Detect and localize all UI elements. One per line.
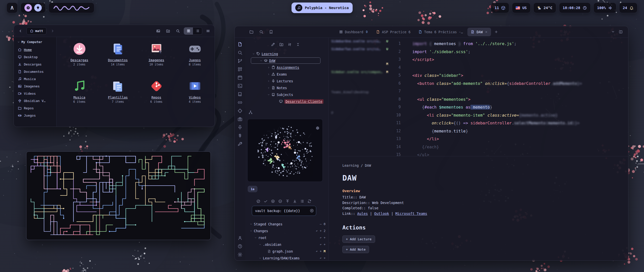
tree-item-desarrollo-cliente[interactable]: Desarrollo-Cliente [245, 98, 329, 105]
tab-dashboard[interactable]: Dashboard [336, 28, 372, 36]
tab-tema-6-pr-cticas[interactable]: Tema 6 Prácticas -… [415, 28, 466, 36]
activity-gear-icon[interactable] [237, 252, 243, 257]
check-icon[interactable] [264, 199, 268, 203]
refresh-icon[interactable] [307, 199, 311, 203]
sidebar-item-desktop[interactable]: Desktop [16, 53, 54, 61]
scm-row-root[interactable]: root↶+ [245, 234, 329, 241]
activity-target-icon[interactable] [237, 108, 243, 113]
tree-item-exams[interactable]: Exams [245, 71, 329, 78]
activity-calendar-icon[interactable] [237, 75, 243, 80]
open-file-row[interactable]: M [331, 62, 388, 66]
upload-icon[interactable] [286, 199, 290, 203]
obsidian-button[interactable] [34, 4, 42, 12]
tab-asp-practice-6[interactable]: ASP Practice 6 [373, 28, 414, 36]
scm-action[interactable]: + [324, 243, 326, 246]
scm-action[interactable]: ↶ [320, 256, 322, 260]
list-icon[interactable] [300, 199, 304, 203]
folder-imagenes[interactable]: Imagenes10 items [137, 39, 176, 76]
slash-circle-icon[interactable] [256, 199, 260, 203]
download2-icon[interactable] [293, 199, 297, 203]
scm-row-actions[interactable]: ↶+2 [316, 229, 326, 233]
back-button[interactable] [16, 27, 24, 35]
collapse-icon[interactable] [296, 42, 300, 47]
bookmark-icon[interactable] [269, 30, 273, 34]
activity-link-icon[interactable] [237, 100, 243, 105]
sidebar-item-imagenes[interactable]: Imagenes [16, 83, 54, 90]
activity-dollar-icon[interactable] [237, 133, 243, 138]
scm-row-actions[interactable]: ↶+M [316, 249, 326, 253]
button-add-lecture[interactable]: + Add Lecture [342, 235, 375, 243]
search-icon[interactable] [259, 30, 263, 34]
note-breadcrumb[interactable]: Learning / DAW [342, 163, 618, 167]
status-clock[interactable]: 18:08:28 [559, 3, 591, 13]
graph-view[interactable] [247, 119, 323, 182]
link-aules[interactable]: Aules [357, 212, 368, 216]
generative-art-window[interactable] [26, 151, 211, 240]
activity-search-icon[interactable] [237, 50, 243, 55]
file-manager-headerbar[interactable]: matt [14, 25, 215, 37]
disc-button[interactable] [24, 4, 32, 12]
open-file-row[interactable]: Sidebar.svelte src/compon…M [331, 70, 388, 74]
folder-juegos[interactable]: Juegos8 items [176, 39, 214, 76]
graph-focus-icon[interactable] [316, 130, 319, 134]
sidebar-item-repos[interactable]: Repos [16, 105, 54, 112]
activity-git-branch-icon[interactable] [237, 58, 243, 63]
forward-button[interactable] [49, 27, 57, 35]
activity-book-icon[interactable] [237, 92, 243, 97]
open-file-row[interactable]: Teams_Aimal\Desktop [331, 90, 388, 94]
status-notifications[interactable]: 24 [619, 3, 637, 13]
tree-item-lectures[interactable]: Lectures [245, 78, 329, 84]
sidebar-header[interactable]: My Computer [16, 40, 54, 46]
view-grid-button[interactable] [184, 27, 193, 35]
folder-plus-icon[interactable] [279, 42, 284, 47]
breadcrumb[interactable]: matt [26, 27, 47, 35]
scm-action[interactable]: ↶ [320, 236, 322, 240]
scm-row-staged-changes[interactable]: Staged Changes—0 [245, 221, 329, 227]
status-updates[interactable]: 11 [491, 3, 509, 13]
scm-action[interactable]: + [324, 236, 326, 240]
scm-row-actions[interactable]: ↶+ [320, 243, 326, 246]
tree-item-subjects[interactable]: Subjects [245, 91, 329, 98]
close-tab-icon[interactable] [485, 30, 488, 33]
scm-action[interactable]: ↶ [320, 243, 322, 246]
scm-action[interactable]: ↶ [316, 249, 318, 253]
folder-icon[interactable] [249, 30, 254, 34]
scm-row-learning-daw-exams[interactable]: Learning/DAW/Exams↶+ [245, 255, 329, 261]
tree-item-daw[interactable]: DAW [245, 57, 329, 64]
activity-document-icon[interactable] [237, 42, 243, 47]
scm-row-actions[interactable]: ↶+ [320, 256, 326, 260]
clear-message-icon[interactable] [310, 209, 314, 213]
plus-circle-icon[interactable] [271, 199, 275, 203]
format-badge[interactable]: 1a [248, 186, 257, 192]
sidebar-item-musica[interactable]: Musica [16, 75, 54, 83]
folder-documentos[interactable]: Documentos14 items [99, 39, 137, 76]
activity-help-icon[interactable] [237, 244, 243, 249]
new-tab-icon[interactable] [494, 30, 498, 34]
search-button[interactable] [174, 27, 182, 35]
scm-action[interactable]: + [324, 256, 326, 260]
open-file-row[interactable]: SidebarOne.svelte src/co…U [331, 39, 388, 43]
link-microsoft-teams[interactable]: Microsoft Teams [395, 212, 427, 216]
split-editor-icon[interactable] [619, 30, 623, 34]
open-file-row[interactable]: SidebarTwo.svelte src/co…U [331, 47, 388, 51]
launcher-button[interactable]: Λ [7, 3, 18, 13]
folder-repos[interactable]: Repos6 items [137, 76, 176, 114]
status-weather[interactable]: 24°C [533, 3, 556, 13]
activity-blocks-icon[interactable] [237, 67, 243, 72]
edit-icon[interactable] [271, 42, 275, 47]
folder-musica[interactable]: Musica6 items [60, 76, 99, 114]
tab-daw[interactable]: DAW [467, 28, 491, 36]
now-playing[interactable]: Polyphia - Neurotica [292, 3, 353, 13]
button-add-note[interactable]: + Add Note [342, 246, 369, 253]
sidebar-item-home[interactable]: Home [16, 46, 54, 53]
tab-list-chevron-icon[interactable] [611, 30, 615, 33]
activity-terminal-icon[interactable] [237, 83, 243, 88]
tree-item-learning[interactable]: Learning [245, 50, 329, 57]
scm-row-actions[interactable]: ↶+ [320, 236, 326, 240]
git-fork-icon[interactable] [249, 110, 253, 114]
view-list-button[interactable] [193, 27, 202, 35]
sort-icon[interactable] [288, 42, 292, 47]
status-keyboard-layout[interactable]: US [512, 3, 530, 13]
scm-action[interactable]: + [320, 249, 322, 253]
tree-item-notes[interactable]: Notes [245, 84, 329, 91]
